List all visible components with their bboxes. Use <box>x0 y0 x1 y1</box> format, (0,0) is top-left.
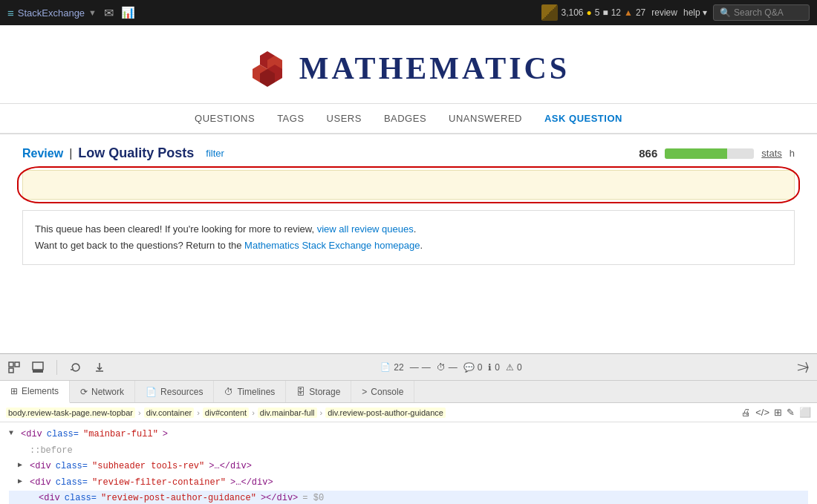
nav-ask-question[interactable]: ASK QUESTION <box>544 113 622 124</box>
review-count: 866 <box>639 147 657 160</box>
avatar[interactable] <box>541 4 558 21</box>
bronze-badge-count: 27 <box>636 7 645 18</box>
queue-cleared-text-1: This queue has been cleared! If you're l… <box>35 223 317 235</box>
nav-unanswered[interactable]: UNANSWERED <box>449 113 522 124</box>
red-highlight-outline <box>17 166 800 203</box>
search-icon: 🔍 <box>720 7 731 18</box>
content-area: Review | Low Quality Posts filter 866 st… <box>7 134 810 276</box>
logo-text: StackExchange <box>18 7 85 19</box>
user-info: 3,106 ● 5 ■ 12 ▲ 27 <box>541 4 645 21</box>
topbar-right: 3,106 ● 5 ■ 12 ▲ 27 review help ▾ 🔍 Sear… <box>541 4 810 21</box>
site-title: MATHEMATICS <box>299 50 570 86</box>
nav-users[interactable]: USERS <box>327 113 362 124</box>
logo-dropdown-arrow: ▼ <box>88 8 97 17</box>
nav-questions[interactable]: QUESTIONS <box>195 113 255 124</box>
review-help-indicator: h <box>790 148 795 159</box>
progress-bar <box>665 148 754 159</box>
site-logo-icon <box>247 48 288 88</box>
view-all-queues-link[interactable]: view all review queues <box>317 223 414 235</box>
stats-link[interactable]: stats <box>761 148 781 159</box>
review-guidance-box <box>22 170 795 200</box>
inbox-icon[interactable]: ✉ <box>104 6 114 20</box>
filter-link[interactable]: filter <box>206 148 224 159</box>
search-box[interactable]: 🔍 Search Q&A <box>713 4 810 21</box>
nav-tags[interactable]: TAGS <box>277 113 304 124</box>
main-nav: QUESTIONS TAGS USERS BADGES UNANSWERED A… <box>0 104 817 134</box>
nav-badges[interactable]: BADGES <box>384 113 426 124</box>
review-topbar-link[interactable]: review <box>651 7 677 18</box>
topbar-left: ≡ StackExchange ▼ ✉ 📊 <box>7 6 135 20</box>
gold-badge-count: 5 <box>595 7 600 18</box>
queue-cleared-message: This queue has been cleared! If you're l… <box>22 210 795 265</box>
review-page-title: Low Quality Posts <box>78 145 194 161</box>
review-stats: 866 stats h <box>639 147 795 160</box>
queue-cleared-text-3: Want to get back to the questions? Retur… <box>35 240 244 251</box>
silver-badge-dot: ■ <box>602 7 608 18</box>
progress-bar-fill <box>665 148 727 159</box>
queue-cleared-text-2: . <box>414 223 417 235</box>
help-topbar-link[interactable]: help ▾ <box>683 7 707 18</box>
achievements-icon[interactable]: 📊 <box>121 6 135 19</box>
review-breadcrumb-link[interactable]: Review <box>22 147 63 160</box>
review-separator: | <box>69 147 72 160</box>
topbar: ≡ StackExchange ▼ ✉ 📊 3,106 ● 5 ■ 12 ▲ 2… <box>0 0 817 25</box>
search-placeholder: Search Q&A <box>734 7 784 18</box>
review-header: Review | Low Quality Posts filter 866 st… <box>22 145 795 161</box>
bronze-badge-dot: ▲ <box>624 7 633 18</box>
site-logo: MATHEMATICS <box>0 48 817 88</box>
silver-badge-count: 12 <box>611 7 621 18</box>
user-rep: 3,106 <box>561 7 583 18</box>
stackexchange-logo[interactable]: ≡ StackExchange ▼ <box>7 7 97 19</box>
homepage-link[interactable]: Mathematics Stack Exchange homepage <box>244 240 420 251</box>
queue-cleared-text-4: . <box>420 240 423 251</box>
site-header: MATHEMATICS <box>0 25 817 104</box>
gold-badge-dot: ● <box>586 7 591 18</box>
